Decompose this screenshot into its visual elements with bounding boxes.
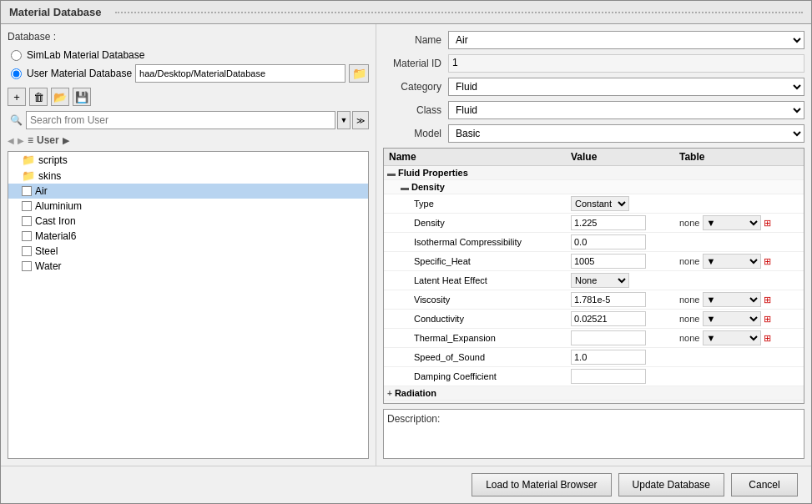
isothermal-input[interactable] — [571, 234, 646, 249]
prop-value-isothermal — [566, 233, 674, 252]
update-database-button[interactable]: Update Database — [618, 473, 724, 496]
folder-browse-button[interactable]: 📁 — [349, 64, 369, 83]
tree-item-material6[interactable]: Material6 — [8, 229, 368, 244]
thermal-expansion-table-select[interactable]: ▼ — [703, 330, 761, 345]
subsection-density: ▬ Density — [384, 180, 804, 194]
file-icon-aluminium — [22, 201, 32, 211]
cancel-button[interactable]: Cancel — [731, 473, 798, 496]
tree-item-label-scripts: scripts — [38, 154, 68, 166]
bottom-bar: Load to Material Browser Update Database… — [1, 466, 811, 503]
delete-button[interactable]: 🗑 — [29, 88, 48, 106]
search-input[interactable] — [26, 111, 335, 129]
prop-row-speed-of-sound: Speed_of_Sound — [384, 348, 804, 367]
thermal-expansion-input[interactable] — [571, 330, 646, 345]
prop-row-isothermal: Isothermal Compressibility — [384, 233, 804, 252]
tree-item-skins[interactable]: 📁 skins — [8, 168, 368, 184]
conductivity-table-icon[interactable]: ⊞ — [764, 314, 771, 324]
title-bar: Material Database — [1, 1, 811, 24]
user-radio[interactable] — [11, 68, 22, 79]
prop-row-type: Type Constant — [384, 194, 804, 214]
fluid-expand-icon[interactable]: ▬ — [387, 169, 396, 178]
prop-row-density: Density none ▼ ⊞ — [384, 214, 804, 233]
tree-item-label-material6: Material6 — [35, 230, 76, 242]
conductivity-input[interactable] — [571, 311, 646, 326]
section-fluid: ▬ Fluid Properties — [384, 166, 804, 180]
prop-row-thermal-expansion: Thermal_Expansion none ▼ ⊞ — [384, 329, 804, 348]
prop-name-specific-heat: Specific_Heat — [384, 252, 566, 271]
prop-name-conductivity: Conductivity — [384, 310, 566, 329]
file-icon-steel — [22, 246, 32, 256]
model-select[interactable]: Basic — [448, 124, 804, 143]
tree-item-water[interactable]: Water — [8, 259, 368, 274]
user-radio-label: User Material Database — [27, 68, 132, 79]
conductivity-table-select[interactable]: ▼ — [703, 311, 761, 326]
open-folder-button[interactable]: 📂 — [51, 88, 69, 106]
prop-value-latent: None — [566, 271, 674, 290]
specific-heat-table-icon[interactable]: ⊞ — [764, 256, 771, 266]
tree-item-label-castiron: Cast Iron — [35, 215, 76, 227]
tree-nav-fwd-arrow[interactable]: ▶ — [18, 136, 24, 145]
tree-nav-expand[interactable]: ▶ — [63, 135, 69, 146]
density-table-icon[interactable]: ⊞ — [764, 218, 771, 228]
tree-item-scripts[interactable]: 📁 scripts — [8, 152, 368, 168]
materialid-label: Material ID — [383, 58, 441, 69]
user-radio-row: User Material Database 📁 — [11, 64, 369, 83]
viscosity-table-select[interactable]: ▼ — [703, 292, 761, 307]
density-table-select[interactable]: ▼ — [703, 215, 761, 230]
tree-item-castiron[interactable]: Cast Iron — [8, 214, 368, 229]
tree-item-steel[interactable]: Steel — [8, 244, 368, 259]
search-expand-button[interactable]: ≫ — [352, 111, 369, 129]
tree-nav-back-arrow[interactable]: ◀ — [8, 136, 14, 145]
prop-row-conductivity: Conductivity none ▼ ⊞ — [384, 310, 804, 329]
specific-heat-input[interactable] — [571, 254, 646, 269]
prop-row-latent: Latent Heat Effect None — [384, 271, 804, 290]
folder-icon-skins: 📁 — [22, 169, 35, 182]
left-panel: Database : SimLab Material Database User… — [1, 24, 376, 466]
latent-select[interactable]: None — [571, 273, 629, 288]
db-path-input[interactable] — [135, 64, 345, 83]
file-icon-air — [22, 186, 32, 196]
speed-of-sound-input[interactable] — [571, 350, 646, 365]
prop-table-specific-heat: none ▼ ⊞ — [674, 252, 804, 271]
prop-table-isothermal — [674, 233, 804, 252]
description-section: Description: — [383, 409, 804, 459]
add-button[interactable]: + — [8, 88, 26, 106]
tree-item-label-skins: skins — [38, 170, 61, 182]
tree-item-air[interactable]: Air — [8, 184, 368, 199]
prop-value-density — [566, 214, 674, 233]
category-label: Category — [383, 81, 441, 93]
thermal-expansion-table-icon[interactable]: ⊞ — [764, 333, 771, 343]
prop-row-specific-heat: Specific_Heat none ▼ ⊞ — [384, 252, 804, 271]
specific-heat-table-select[interactable]: ▼ — [703, 254, 761, 269]
density-input[interactable] — [571, 215, 646, 230]
type-select[interactable]: Constant — [571, 196, 629, 211]
name-select[interactable]: Air — [448, 31, 804, 49]
simlab-radio[interactable] — [11, 50, 22, 61]
prop-name-latent: Latent Heat Effect — [384, 271, 566, 290]
title-bar-decoration — [115, 12, 803, 13]
prop-value-specific-heat — [566, 252, 674, 271]
category-row: Category Fluid — [383, 78, 804, 96]
damping-input[interactable] — [571, 369, 646, 384]
simlab-radio-label: SimLab Material Database — [27, 49, 144, 61]
description-label: Description: — [387, 413, 440, 425]
tree-item-aluminium[interactable]: Aluminium — [8, 199, 368, 214]
section-fluid-label: ▬ Fluid Properties — [384, 166, 804, 180]
search-dropdown-button[interactable]: ▼ — [337, 111, 351, 129]
radiation-expand-icon[interactable]: + — [387, 389, 392, 398]
load-to-browser-button[interactable]: Load to Material Browser — [472, 473, 611, 496]
prop-table-conductivity: none ▼ ⊞ — [674, 310, 804, 329]
tree-container[interactable]: 📁 scripts 📁 skins Air Aluminium C — [8, 151, 369, 459]
category-select[interactable]: Fluid — [448, 78, 804, 96]
viscosity-table-icon[interactable]: ⊞ — [764, 295, 771, 305]
search-icon: 🔍 — [8, 111, 24, 129]
density-expand-icon[interactable]: ▬ — [401, 183, 409, 192]
prop-name-density: Density — [384, 214, 566, 233]
prop-name-isothermal: Isothermal Compressibility — [384, 233, 566, 252]
prop-table-density: none ▼ ⊞ — [674, 214, 804, 233]
save-button[interactable]: 💾 — [73, 88, 91, 106]
viscosity-input[interactable] — [571, 292, 646, 307]
tree-item-label-aluminium: Aluminium — [35, 200, 82, 212]
class-select[interactable]: Fluid — [448, 101, 804, 119]
magnetic-expand-icon[interactable]: + — [387, 403, 392, 404]
